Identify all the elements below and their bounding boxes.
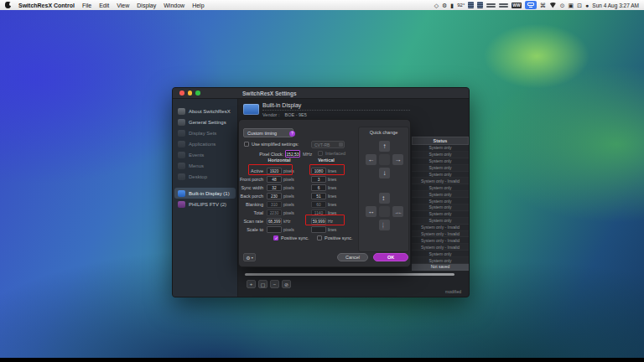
gear-menu-button[interactable]: ⚙▾ — [243, 253, 256, 261]
menu-edit[interactable]: Edit — [99, 3, 109, 8]
sidebar-item-general-settings[interactable]: General Settings — [174, 116, 236, 127]
sync-width-vertical-field[interactable]: 6 — [311, 184, 326, 191]
minimize-window-button[interactable] — [188, 90, 193, 96]
wifi-icon[interactable] — [549, 3, 557, 8]
window-titlebar[interactable]: SwitchResX Settings — [173, 88, 469, 99]
menu-file[interactable]: File — [82, 3, 91, 8]
add-resolution-button[interactable]: + — [247, 280, 256, 288]
input-menu-icon[interactable]: ⌘ — [540, 3, 546, 8]
scan-rate-vertical-field[interactable]: 59,999 — [311, 218, 326, 225]
status-table-row[interactable]: System only — [412, 198, 469, 204]
back-porch-horizontal-field[interactable]: 230 — [267, 193, 282, 199]
sidebar-item-applications[interactable]: Applications — [174, 138, 236, 149]
back-porch-vertical-field[interactable]: 51 — [311, 193, 326, 199]
cancel-button[interactable]: Cancel — [337, 253, 368, 261]
move-up-button[interactable]: ↑ — [379, 141, 390, 152]
status-table-row[interactable]: System only — [412, 152, 469, 158]
display-menu-icon[interactable]: ⊡ — [577, 3, 582, 8]
cpu-meter-icon[interactable] — [468, 2, 474, 8]
vendor-label: Vendor : — [262, 112, 280, 117]
close-window-button[interactable] — [179, 90, 184, 96]
switchresx-menu-icon[interactable] — [525, 1, 537, 9]
status-table-row[interactable]: System only — [412, 158, 469, 165]
sidebar-item-built-in-display-1[interactable]: Built-in Display (1) — [174, 188, 236, 199]
interlaced-checkbox[interactable] — [318, 151, 323, 156]
status-column-header[interactable]: Status — [412, 137, 469, 145]
timing-row-label: Total — [239, 210, 265, 215]
status-table-row[interactable]: System only - Invalid — [412, 231, 469, 238]
menu-display[interactable]: Display — [137, 3, 156, 8]
scale-to-horizontal-field[interactable] — [267, 226, 282, 233]
status-table-row[interactable]: System only - Invalid — [412, 225, 469, 231]
app-ww-icon[interactable]: WW — [512, 3, 521, 8]
shrink-vertical-button[interactable]: →← — [379, 220, 390, 230]
expand-vertical-button[interactable]: ↔ — [379, 193, 390, 204]
temperature-reading[interactable]: 92° — [457, 3, 465, 8]
status-table-row[interactable]: System only — [412, 204, 469, 211]
status-table-row[interactable]: System only - Invalid — [412, 244, 469, 251]
sidebar-item-display-sets[interactable]: Display Sets — [174, 127, 236, 138]
sidebar-item-philips-ftv-2[interactable]: PHILIPS FTV (2) — [174, 199, 236, 209]
status-table-row[interactable]: System only — [412, 145, 469, 152]
menu-window[interactable]: Window — [164, 3, 184, 8]
expand-horizontal-button[interactable]: ↔ — [366, 206, 377, 217]
status-table-row[interactable]: System only — [412, 218, 469, 225]
active-vertical-field[interactable]: 1080 — [311, 168, 326, 174]
status-table-row[interactable]: System only — [412, 191, 469, 198]
use-simplified-checkbox[interactable] — [244, 142, 249, 147]
zoom-window-button[interactable] — [195, 90, 200, 96]
front-porch-horizontal-field[interactable]: 48 — [267, 176, 282, 183]
remove-resolution-button[interactable]: − — [270, 280, 279, 288]
ok-button[interactable]: OK — [373, 253, 408, 261]
status-table-row[interactable]: Not saved — [412, 264, 469, 271]
status-table-row[interactable]: System only - Invalid — [412, 237, 469, 244]
network-meter-icon[interactable] — [477, 2, 483, 8]
battery-icon[interactable]: ▮ — [450, 3, 454, 8]
timing-row-label: Scale to — [239, 227, 265, 232]
istat-gear-icon[interactable]: ⚙ — [442, 3, 447, 8]
sidebar-item-desktop[interactable]: Desktop — [174, 171, 236, 182]
scale-to-vertical-field[interactable] — [311, 226, 326, 233]
network-stats-icon[interactable] — [486, 2, 496, 8]
timemachine-icon[interactable]: ⊙ — [560, 3, 565, 8]
status-table-row[interactable]: System only — [412, 184, 469, 191]
pixel-clock-field[interactable]: 152,53 — [285, 150, 300, 158]
front-porch-vertical-field[interactable]: 3 — [311, 176, 326, 183]
timing-type-popup[interactable]: Custom timing ? — [243, 128, 293, 137]
display-name-field[interactable]: Built-in Display — [262, 102, 410, 111]
vertical-positive-sync-checkbox[interactable] — [317, 235, 322, 240]
move-right-button[interactable]: → — [392, 154, 403, 165]
move-down-button[interactable]: ↓ — [379, 168, 390, 178]
status-table-row[interactable]: System only — [412, 165, 469, 172]
active-horizontal-field[interactable]: 1920 — [267, 168, 282, 174]
status-table-row[interactable]: System only - Invalid — [412, 178, 469, 184]
menubar-clock[interactable]: Sun 4 Aug 3:27 AM — [592, 3, 639, 8]
sidebar-item-about-switchresx[interactable]: About SwitchResX — [174, 106, 236, 116]
custom-timing-dialog: Custom timing ? Use simplified settings:… — [238, 119, 411, 267]
apple-menu-icon[interactable] — [5, 2, 11, 8]
move-left-button[interactable]: ← — [366, 154, 377, 165]
vpn-icon[interactable]: ▣ — [569, 3, 574, 8]
memory-stats-icon[interactable] — [499, 2, 508, 8]
horizontal-scrollbar[interactable] — [245, 273, 454, 276]
app-menu-title[interactable]: SwitchResX Control — [18, 3, 75, 8]
duplicate-resolution-button[interactable]: ▢ — [258, 280, 267, 288]
menu-help[interactable]: Help — [192, 3, 204, 8]
sync-width-horizontal-field[interactable]: 32 — [267, 184, 282, 191]
menu-view[interactable]: View — [117, 3, 129, 8]
status-table-row[interactable]: System only — [412, 251, 469, 257]
cvt-rb-popup[interactable]: CVT-RB — [311, 141, 345, 148]
user-menu-icon[interactable]: ● — [585, 3, 589, 8]
status-table-row[interactable]: System only — [412, 172, 469, 178]
sidebar-item-events[interactable]: Events — [174, 149, 236, 160]
disable-resolution-button[interactable]: ⊘ — [282, 280, 291, 288]
move-cluster-center — [379, 154, 390, 165]
shrink-horizontal-button[interactable]: →← — [392, 206, 403, 217]
scan-rate-horizontal-field[interactable]: 68,399 — [267, 218, 282, 225]
status-table-row[interactable]: System only — [412, 211, 469, 218]
help-badge-icon[interactable]: ? — [289, 131, 295, 137]
horizontal-positive-sync-checkbox[interactable] — [273, 235, 278, 240]
istat-location-icon[interactable]: ◇ — [434, 3, 439, 8]
sidebar-item-menus[interactable]: Menus — [174, 160, 236, 171]
status-table-row[interactable]: System only — [412, 257, 469, 264]
